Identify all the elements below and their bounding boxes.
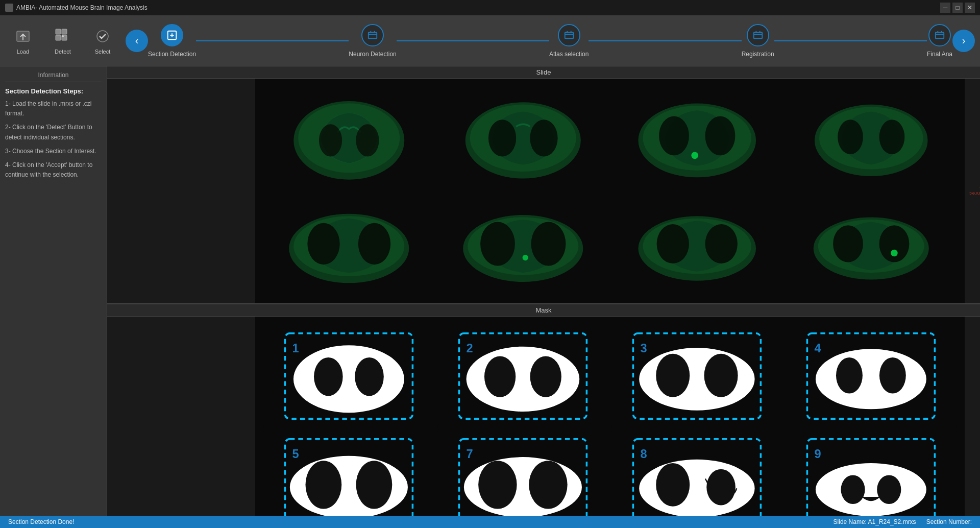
svg-point-99 — [841, 475, 865, 505]
svg-text:8: 8 — [641, 447, 647, 461]
connector-2 — [397, 40, 549, 41]
svg-point-74 — [656, 354, 690, 397]
mask-panel-label: Mask — [107, 304, 980, 317]
select-button[interactable]: Select — [85, 20, 120, 61]
close-btn[interactable]: ✕ — [965, 3, 975, 13]
load-icon — [14, 27, 32, 45]
step-circle-registration — [747, 24, 769, 46]
title-bar-controls: ─ □ ✕ — [940, 3, 975, 13]
tool-group-main: Load Detect Select — [5, 20, 120, 61]
connector-1 — [196, 40, 349, 41]
select-label: Select — [95, 49, 111, 55]
slide-brain-grid — [255, 79, 965, 303]
svg-point-75 — [704, 354, 738, 397]
sidebar-title: Information — [5, 71, 102, 82]
svg-point-100 — [877, 475, 901, 505]
slide-left-pad — [107, 79, 255, 303]
svg-text:1: 1 — [292, 342, 299, 355]
workflow-step-section-detection[interactable]: Section Detection — [148, 24, 196, 58]
workflow-step-final-ana[interactable]: Final Ana — [927, 24, 952, 58]
app-title: AMBIA- Automated Mouse Brain Image Analy… — [16, 4, 148, 11]
mask-cell-8: 8 — [611, 430, 782, 516]
svg-point-84 — [306, 461, 342, 509]
svg-point-7 — [97, 31, 108, 42]
svg-text:9: 9 — [815, 447, 821, 461]
mask-right-pad — [965, 317, 980, 516]
workflow-step-atlas-selection[interactable]: Atlas selection — [549, 24, 589, 58]
svg-point-46 — [307, 223, 339, 265]
step-label-registration: Registration — [742, 51, 774, 58]
svg-point-60 — [879, 225, 909, 262]
svg-rect-15 — [565, 32, 573, 38]
workflow-prev-btn[interactable]: ‹ — [126, 30, 148, 52]
svg-rect-2 — [56, 29, 61, 34]
detect-button[interactable]: Detect — [45, 20, 81, 61]
step-circle-atlas-selection — [558, 24, 580, 46]
svg-point-47 — [358, 223, 390, 265]
svg-rect-23 — [936, 32, 944, 38]
sidebar: Information Section Detection Steps: 1- … — [0, 66, 107, 516]
svg-point-61 — [891, 250, 898, 257]
step-label-section-detection: Section Detection — [148, 51, 196, 58]
svg-rect-11 — [369, 32, 377, 38]
svg-point-50 — [480, 222, 515, 266]
svg-point-94 — [656, 463, 690, 507]
svg-rect-3 — [62, 29, 67, 34]
workflow-steps: Section Detection Neuron Detection — [148, 15, 952, 66]
brain-cell-5 — [263, 193, 434, 295]
mask-panel: Mask 1 — [107, 304, 980, 516]
mask-cell-5: 5 — [263, 430, 434, 516]
brain-cell-7 — [611, 193, 782, 295]
svg-point-6 — [62, 35, 64, 37]
workflow-step-registration[interactable]: Registration — [742, 24, 774, 58]
sidebar-step-4: 4- Click on the 'Accept' button to conti… — [5, 160, 102, 180]
brain-cell-4 — [786, 87, 957, 189]
slide-panel-label: Slide — [107, 66, 980, 79]
step-circle-neuron-detection — [361, 24, 384, 46]
maximize-btn[interactable]: □ — [952, 3, 963, 13]
mask-left-pad — [107, 317, 255, 516]
svg-point-42 — [838, 119, 863, 154]
status-bar: Section Detection Done! Slide Name: A1_R… — [0, 516, 980, 528]
slide-right-pad: ● screenrec — [965, 79, 980, 303]
svg-text:2: 2 — [467, 342, 473, 355]
workflow-next-btn[interactable]: › — [952, 30, 975, 52]
svg-point-33 — [488, 119, 516, 156]
svg-point-89 — [478, 461, 517, 509]
app-icon — [5, 4, 13, 12]
svg-point-64 — [314, 357, 343, 396]
svg-point-63 — [293, 345, 404, 413]
mask-cell-9: 9 — [786, 430, 957, 516]
svg-point-51 — [531, 222, 566, 266]
connector-4 — [774, 40, 927, 41]
title-bar: AMBIA- Automated Mouse Brain Image Analy… — [0, 0, 980, 15]
svg-text:4: 4 — [815, 342, 821, 355]
mask-cell-4: 4 — [786, 325, 957, 427]
svg-point-95 — [706, 469, 736, 506]
step-circle-section-detection — [161, 24, 183, 46]
svg-point-29 — [319, 124, 342, 156]
slide-panel: Slide — [107, 66, 980, 304]
svg-point-68 — [467, 347, 580, 412]
svg-point-90 — [529, 461, 567, 509]
svg-point-80 — [879, 357, 906, 394]
svg-point-39 — [691, 152, 698, 159]
svg-text:7: 7 — [467, 447, 473, 461]
sidebar-heading: Section Detection Steps: — [5, 87, 102, 95]
mask-cell-1: 1 — [263, 325, 434, 427]
title-bar-left: AMBIA- Automated Mouse Brain Image Analy… — [5, 4, 148, 12]
svg-point-78 — [816, 349, 926, 409]
detect-icon — [54, 27, 72, 45]
load-button[interactable]: Load — [5, 20, 41, 61]
step-label-final-ana: Final Ana — [927, 51, 952, 58]
main-content: Information Section Detection Steps: 1- … — [0, 66, 980, 516]
svg-point-59 — [833, 225, 863, 262]
mask-panel-content: 1 2 — [107, 317, 980, 516]
brain-cell-8 — [786, 193, 957, 295]
image-area: Slide — [107, 66, 980, 516]
workflow-step-neuron-detection[interactable]: Neuron Detection — [349, 24, 396, 58]
load-label: Load — [17, 49, 29, 55]
brain-cell-6 — [437, 193, 608, 295]
minimize-btn[interactable]: ─ — [940, 3, 950, 13]
svg-point-85 — [356, 461, 393, 509]
